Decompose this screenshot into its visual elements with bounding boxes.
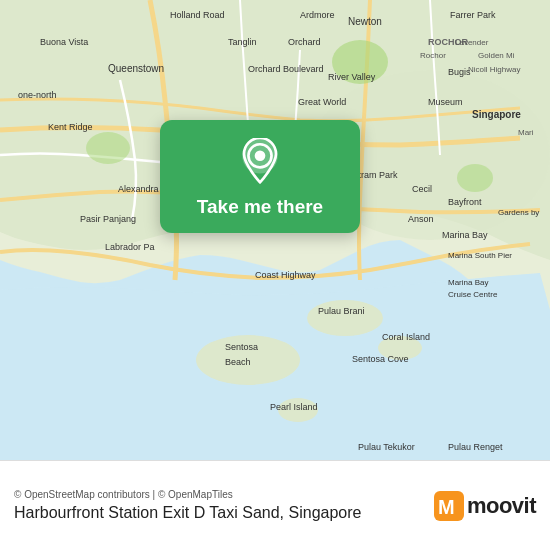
svg-text:Pulau Renget: Pulau Renget (448, 442, 503, 452)
moovit-logo: M moovit (434, 491, 536, 521)
svg-point-54 (255, 150, 266, 161)
svg-text:Rochor: Rochor (420, 51, 446, 60)
svg-text:Gardens by: Gardens by (498, 208, 539, 217)
svg-text:Orchard: Orchard (288, 37, 321, 47)
svg-text:Museum: Museum (428, 97, 463, 107)
svg-text:Cruise Centre: Cruise Centre (448, 290, 498, 299)
svg-text:Cecil: Cecil (412, 184, 432, 194)
svg-text:Sentosa: Sentosa (225, 342, 258, 352)
svg-text:Pasir Panjang: Pasir Panjang (80, 214, 136, 224)
svg-text:Buona Vista: Buona Vista (40, 37, 88, 47)
svg-text:Kent Ridge: Kent Ridge (48, 122, 93, 132)
svg-text:Pulau Brani: Pulau Brani (318, 306, 365, 316)
svg-text:Marina Bay: Marina Bay (448, 278, 488, 287)
svg-text:Alexandra: Alexandra (118, 184, 159, 194)
svg-point-7 (86, 132, 130, 164)
take-me-there-button[interactable]: Take me there (197, 196, 323, 219)
svg-text:Newton: Newton (348, 16, 382, 27)
svg-text:Marina Bay: Marina Bay (442, 230, 488, 240)
svg-text:Coral Island: Coral Island (382, 332, 430, 342)
svg-text:Holland Road: Holland Road (170, 10, 225, 20)
location-info: © OpenStreetMap contributors | © OpenMap… (14, 489, 424, 522)
map-container: Newton Holland Road Ardmore Farrer Park … (0, 0, 550, 550)
location-pin-icon (236, 138, 284, 186)
svg-text:Pulau Tekukor: Pulau Tekukor (358, 442, 415, 452)
svg-text:Singapore: Singapore (472, 109, 521, 120)
svg-text:Pearl Island: Pearl Island (270, 402, 318, 412)
popup-card[interactable]: Take me there (160, 120, 360, 233)
svg-text:Mari: Mari (518, 128, 534, 137)
svg-text:Farrer Park: Farrer Park (450, 10, 496, 20)
svg-text:Anson: Anson (408, 214, 434, 224)
svg-text:Nicoll Highway: Nicoll Highway (468, 65, 520, 74)
svg-text:Sentosa Cove: Sentosa Cove (352, 354, 409, 364)
svg-text:Beach: Beach (225, 357, 251, 367)
svg-text:Lavender: Lavender (455, 38, 489, 47)
moovit-m-icon: M (434, 491, 464, 521)
svg-text:Labrador Pa: Labrador Pa (105, 242, 155, 252)
svg-text:M: M (438, 496, 455, 518)
svg-text:Ardmore: Ardmore (300, 10, 335, 20)
svg-text:Great World: Great World (298, 97, 346, 107)
svg-text:River Valley: River Valley (328, 72, 376, 82)
svg-text:Bayfront: Bayfront (448, 197, 482, 207)
moovit-brand-text: moovit (467, 493, 536, 519)
svg-point-8 (457, 164, 493, 192)
bottom-bar: © OpenStreetMap contributors | © OpenMap… (0, 460, 550, 550)
location-name: Harbourfront Station Exit D Taxi Sand, S… (14, 504, 424, 522)
svg-text:Queenstown: Queenstown (108, 63, 164, 74)
svg-text:Orchard Boulevard: Orchard Boulevard (248, 64, 324, 74)
svg-text:one-north: one-north (18, 90, 57, 100)
svg-text:Golden Mi: Golden Mi (478, 51, 515, 60)
svg-text:Coast Highway: Coast Highway (255, 270, 316, 280)
map-attribution: © OpenStreetMap contributors | © OpenMap… (14, 489, 424, 500)
svg-text:Marina South Pier: Marina South Pier (448, 251, 512, 260)
svg-text:Tanglin: Tanglin (228, 37, 257, 47)
